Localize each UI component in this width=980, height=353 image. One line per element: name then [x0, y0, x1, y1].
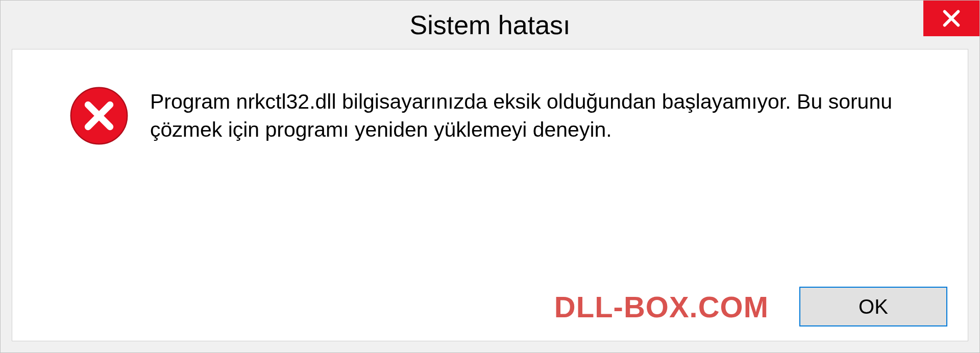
dialog-title: Sistem hatası	[409, 10, 570, 40]
close-icon	[941, 8, 962, 29]
ok-button-label: OK	[859, 295, 888, 318]
error-dialog: Sistem hatası Program nrkctl32.dll bilgi…	[0, 0, 980, 353]
titlebar: Sistem hatası	[1, 1, 979, 49]
content-panel: Program nrkctl32.dll bilgisayarınızda ek…	[12, 49, 968, 341]
ok-button[interactable]: OK	[799, 287, 947, 326]
message-row: Program nrkctl32.dll bilgisayarınızda ek…	[33, 85, 947, 146]
close-button[interactable]	[923, 1, 979, 36]
error-icon	[68, 85, 130, 146]
watermark-text: DLL-BOX.COM	[554, 290, 769, 324]
footer-row: DLL-BOX.COM OK	[33, 287, 947, 326]
error-message: Program nrkctl32.dll bilgisayarınızda ek…	[150, 88, 916, 144]
